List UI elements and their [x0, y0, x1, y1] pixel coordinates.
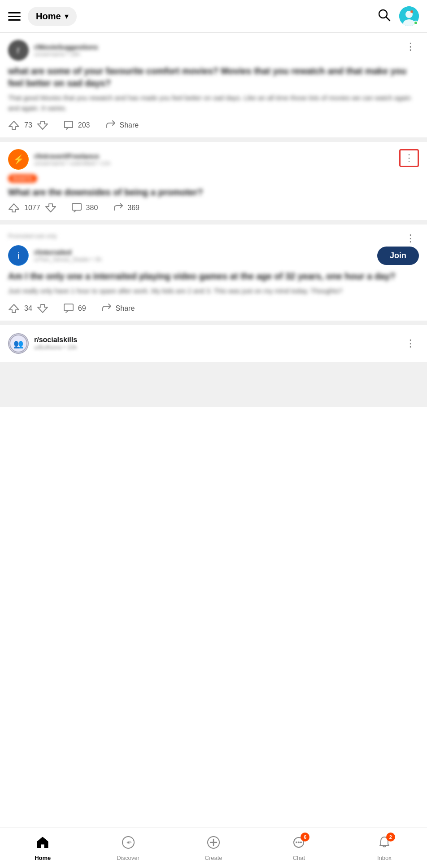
- subreddit-avatar[interactable]: ⚡: [8, 149, 29, 170]
- post-header-row2: i r/interraited u/Two_Sense_Dealer • 3h …: [8, 245, 419, 266]
- upvote-button[interactable]: [8, 119, 20, 131]
- header-left: Home ▾: [8, 7, 77, 26]
- subreddit-avatar[interactable]: r: [8, 40, 29, 61]
- home-dropdown[interactable]: Home ▾: [28, 7, 77, 26]
- post-body: That good Movies that you rewatch and ha…: [8, 93, 419, 113]
- home-dropdown-label: Home: [36, 11, 61, 22]
- home-icon: [35, 835, 50, 853]
- post-flair: RANTS: [8, 174, 37, 183]
- subreddit-avatar[interactable]: i: [8, 245, 29, 266]
- chat-icon: 6: [292, 835, 306, 853]
- nav-discover-label: Discover: [117, 855, 139, 861]
- chat-badge: 6: [301, 833, 309, 842]
- feed: r r/MovieSuggestions u/username • 18h ⋮ …: [0, 33, 427, 407]
- post-card: 👥 r/socialskills u/Buffsono • 10h ⋮: [0, 325, 427, 362]
- svg-text:⚡: ⚡: [13, 154, 24, 165]
- post-more-options[interactable]: ⋮: [402, 40, 419, 53]
- inbox-badge: 2: [386, 833, 395, 842]
- search-button[interactable]: [377, 8, 391, 25]
- compass-icon: [121, 835, 135, 853]
- post-body: Just really only have 1 hour to spare af…: [8, 286, 419, 296]
- post-meta: r/MovieSuggestions u/username • 18h: [34, 43, 98, 57]
- svg-rect-10: [72, 203, 81, 210]
- user-avatar[interactable]: [399, 6, 419, 26]
- post-title[interactable]: what are some of your favourite comfort …: [8, 65, 419, 89]
- share-button[interactable]: Share: [105, 119, 139, 131]
- upvote-button[interactable]: [8, 303, 20, 314]
- share-count: 369: [127, 204, 139, 212]
- post-more-options[interactable]: ⋮: [402, 337, 419, 350]
- post-header: r r/MovieSuggestions u/username • 18h ⋮: [8, 40, 419, 61]
- svg-point-24: [298, 842, 300, 843]
- svg-rect-13: [64, 304, 73, 311]
- bell-icon: 2: [377, 835, 392, 853]
- online-badge: [414, 21, 418, 25]
- post-header-left: ⚡ r/Introvert/Freelance u/username • sub…: [8, 149, 110, 170]
- nav-inbox[interactable]: 2 Inbox: [342, 835, 427, 861]
- post-header-left: i r/interraited u/Two_Sense_Dealer • 3h: [8, 245, 102, 266]
- upvote-count: 34: [24, 304, 32, 313]
- upvote-button[interactable]: [8, 202, 20, 214]
- svg-text:👥: 👥: [13, 339, 24, 349]
- post-card: r r/MovieSuggestions u/username • 18h ⋮ …: [0, 33, 427, 137]
- post-header-left: r r/MovieSuggestions u/username • 18h: [8, 40, 98, 61]
- svg-point-23: [296, 842, 297, 843]
- nav-inbox-label: Inbox: [377, 855, 392, 861]
- comment-button[interactable]: 69: [63, 303, 86, 314]
- comment-button[interactable]: 380: [71, 202, 98, 214]
- post-card: Promoted sub only ⋮ i r/interraited u/Tw…: [0, 225, 427, 321]
- svg-point-5: [410, 10, 413, 13]
- chevron-down-icon: ▾: [65, 11, 69, 21]
- post-title[interactable]: Am I the only one a interraited playing …: [8, 270, 419, 282]
- bottom-nav: Home Discover Create: [0, 828, 427, 868]
- share-button[interactable]: Share: [100, 303, 135, 314]
- share-label: Share: [120, 121, 139, 129]
- post-more-options[interactable]: ⋮: [402, 232, 419, 245]
- post-title[interactable]: What are the downsides of being a promot…: [8, 186, 419, 198]
- share-label: Share: [116, 304, 135, 313]
- subreddit-name[interactable]: r/socialskills: [34, 336, 77, 344]
- post-more-options-highlighted[interactable]: ⋮: [399, 149, 419, 167]
- hamburger-menu[interactable]: [8, 12, 21, 21]
- post-header-left: 👥 r/socialskills u/Buffsono • 10h: [8, 333, 77, 354]
- downvote-button[interactable]: [45, 202, 57, 214]
- ss-meta: r/socialskills u/Buffsono • 10h: [34, 336, 77, 351]
- plus-icon: [206, 835, 221, 853]
- join-button[interactable]: Join: [377, 247, 419, 265]
- nav-discover[interactable]: Discover: [85, 835, 170, 861]
- nav-home-label: Home: [35, 855, 51, 861]
- nav-chat-label: Chat: [293, 855, 305, 861]
- post-card: ⚡ r/Introvert/Freelance u/username • sub…: [0, 142, 427, 220]
- downvote-button[interactable]: [37, 119, 48, 131]
- post-actions: 34 69 Share: [8, 303, 419, 314]
- downvote-button[interactable]: [37, 303, 48, 314]
- post-user-time: u/Two_Sense_Dealer • 3h: [34, 256, 102, 263]
- ss-header: 👥 r/socialskills u/Buffsono • 10h ⋮: [8, 333, 419, 354]
- post-user-time: u/username • submitted • 11h: [34, 160, 110, 167]
- app-header: Home ▾: [0, 0, 427, 33]
- subreddit-name[interactable]: r/MovieSuggestions: [34, 43, 98, 51]
- comment-button[interactable]: 203: [63, 119, 90, 131]
- comment-count: 203: [78, 121, 90, 129]
- post-actions: 1077 380 369: [8, 202, 419, 214]
- post-user-time: u/username • 18h: [34, 51, 98, 57]
- svg-point-18: [127, 842, 129, 843]
- vote-group: 73: [8, 119, 48, 131]
- promoted-label-area: Promoted sub only ⋮: [8, 232, 419, 240]
- promoted-label: Promoted sub only: [8, 233, 57, 239]
- subreddit-name[interactable]: r/interraited: [34, 248, 102, 256]
- post-meta: r/interraited u/Two_Sense_Dealer • 3h: [34, 248, 102, 263]
- share-button[interactable]: 369: [112, 202, 139, 214]
- nav-create[interactable]: Create: [171, 835, 256, 861]
- svg-text:r: r: [17, 44, 20, 56]
- header-right: [377, 6, 419, 26]
- nav-home[interactable]: Home: [0, 835, 85, 861]
- comment-count: 69: [78, 304, 86, 313]
- subreddit-name[interactable]: r/Introvert/Freelance: [34, 152, 110, 160]
- svg-line-1: [386, 17, 390, 21]
- post-user-time: u/Buffsono • 10h: [34, 344, 77, 351]
- nav-chat[interactable]: 6 Chat: [256, 835, 341, 861]
- comment-count: 380: [86, 204, 98, 212]
- svg-point-25: [300, 842, 302, 843]
- subreddit-avatar[interactable]: 👥: [8, 333, 29, 354]
